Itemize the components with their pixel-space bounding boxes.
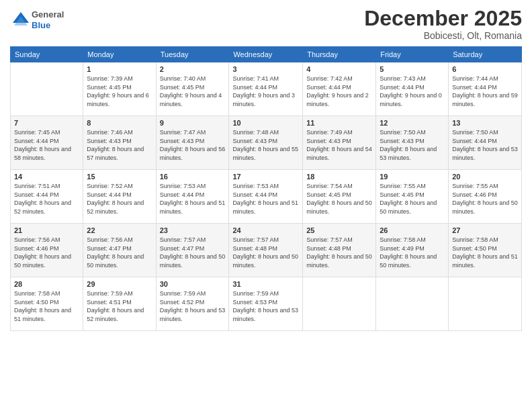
calendar-cell: 26Sunrise: 7:58 AMSunset: 4:49 PMDayligh…	[376, 224, 449, 277]
calendar-cell: 18Sunrise: 7:54 AMSunset: 4:45 PMDayligh…	[303, 170, 376, 224]
day-info: Sunrise: 7:54 AMSunset: 4:45 PMDaylight:…	[306, 182, 372, 216]
calendar-cell: 21Sunrise: 7:56 AMSunset: 4:46 PMDayligh…	[11, 224, 83, 277]
day-info: Sunrise: 7:46 AMSunset: 4:43 PMDaylight:…	[87, 128, 152, 162]
day-info: Sunrise: 7:40 AMSunset: 4:45 PMDaylight:…	[160, 75, 226, 108]
day-info: Sunrise: 7:48 AMSunset: 4:43 PMDaylight:…	[232, 128, 299, 162]
day-info: Sunrise: 7:53 AMSunset: 4:44 PMDaylight:…	[232, 182, 299, 216]
calendar-cell: 28Sunrise: 7:58 AMSunset: 4:50 PMDayligh…	[11, 277, 83, 331]
day-number: 13	[452, 119, 518, 127]
day-number: 10	[232, 119, 299, 127]
calendar-cell: 30Sunrise: 7:59 AMSunset: 4:52 PMDayligh…	[156, 277, 229, 331]
logo-icon	[10, 9, 32, 31]
col-monday: Monday	[83, 47, 156, 62]
day-number: 27	[452, 226, 518, 234]
day-number: 28	[14, 280, 79, 288]
day-info: Sunrise: 7:57 AMSunset: 4:48 PMDaylight:…	[306, 236, 372, 269]
calendar-cell: 19Sunrise: 7:55 AMSunset: 4:45 PMDayligh…	[376, 170, 449, 224]
calendar-cell: 13Sunrise: 7:50 AMSunset: 4:44 PMDayligh…	[449, 116, 522, 170]
calendar-week-row: 1Sunrise: 7:39 AMSunset: 4:45 PMDaylight…	[11, 62, 522, 116]
calendar-cell	[449, 277, 522, 331]
calendar-cell: 4Sunrise: 7:42 AMSunset: 4:44 PMDaylight…	[303, 62, 376, 116]
day-number: 14	[14, 173, 79, 181]
calendar-cell: 25Sunrise: 7:57 AMSunset: 4:48 PMDayligh…	[303, 224, 376, 277]
calendar-cell: 14Sunrise: 7:51 AMSunset: 4:44 PMDayligh…	[11, 170, 83, 224]
calendar-week-row: 28Sunrise: 7:58 AMSunset: 4:50 PMDayligh…	[11, 277, 522, 331]
day-number: 18	[306, 173, 372, 181]
calendar-cell: 29Sunrise: 7:59 AMSunset: 4:51 PMDayligh…	[83, 277, 156, 331]
day-info: Sunrise: 7:50 AMSunset: 4:43 PMDaylight:…	[380, 128, 445, 162]
day-info: Sunrise: 7:56 AMSunset: 4:46 PMDaylight:…	[14, 236, 79, 269]
col-tuesday: Tuesday	[156, 47, 229, 62]
day-info: Sunrise: 7:58 AMSunset: 4:50 PMDaylight:…	[14, 289, 79, 323]
day-info: Sunrise: 7:58 AMSunset: 4:49 PMDaylight:…	[380, 236, 445, 269]
day-info: Sunrise: 7:53 AMSunset: 4:44 PMDaylight:…	[160, 182, 226, 216]
day-number: 24	[232, 226, 299, 234]
day-info: Sunrise: 7:47 AMSunset: 4:43 PMDaylight:…	[160, 128, 226, 162]
location-subtitle: Bobicesti, Olt, Romania	[364, 30, 522, 41]
day-number: 4	[306, 65, 372, 73]
day-info: Sunrise: 7:59 AMSunset: 4:51 PMDaylight:…	[87, 289, 152, 323]
day-info: Sunrise: 7:51 AMSunset: 4:44 PMDaylight:…	[14, 182, 79, 216]
day-number: 12	[380, 119, 445, 127]
day-number: 8	[87, 119, 152, 127]
day-number: 23	[160, 226, 226, 234]
page-container: General Blue December 2025 Bobicesti, Ol…	[0, 0, 532, 411]
day-info: Sunrise: 7:57 AMSunset: 4:47 PMDaylight:…	[160, 236, 226, 269]
day-number: 30	[160, 280, 226, 288]
day-info: Sunrise: 7:55 AMSunset: 4:45 PMDaylight:…	[380, 182, 445, 216]
calendar-cell: 12Sunrise: 7:50 AMSunset: 4:43 PMDayligh…	[376, 116, 449, 170]
calendar-cell: 24Sunrise: 7:57 AMSunset: 4:48 PMDayligh…	[229, 224, 303, 277]
day-number: 5	[380, 65, 445, 73]
col-friday: Friday	[376, 47, 449, 62]
logo: General Blue	[10, 9, 64, 31]
col-thursday: Thursday	[303, 47, 376, 62]
day-info: Sunrise: 7:45 AMSunset: 4:44 PMDaylight:…	[14, 128, 79, 162]
day-number: 6	[452, 65, 518, 73]
day-info: Sunrise: 7:49 AMSunset: 4:43 PMDaylight:…	[306, 128, 372, 162]
day-info: Sunrise: 7:52 AMSunset: 4:44 PMDaylight:…	[87, 182, 152, 216]
calendar-cell: 31Sunrise: 7:59 AMSunset: 4:53 PMDayligh…	[229, 277, 303, 331]
title-block: December 2025 Bobicesti, Olt, Romania	[364, 7, 522, 41]
day-number: 15	[87, 173, 152, 181]
calendar-week-row: 7Sunrise: 7:45 AMSunset: 4:44 PMDaylight…	[11, 116, 522, 170]
calendar-cell: 11Sunrise: 7:49 AMSunset: 4:43 PMDayligh…	[303, 116, 376, 170]
day-number: 20	[452, 173, 518, 181]
header: General Blue December 2025 Bobicesti, Ol…	[10, 7, 522, 41]
calendar-header-row: Sunday Monday Tuesday Wednesday Thursday…	[11, 47, 522, 62]
day-number: 2	[160, 65, 226, 73]
day-info: Sunrise: 7:50 AMSunset: 4:44 PMDaylight:…	[452, 128, 518, 162]
day-info: Sunrise: 7:41 AMSunset: 4:44 PMDaylight:…	[232, 75, 299, 108]
calendar-cell: 5Sunrise: 7:43 AMSunset: 4:44 PMDaylight…	[376, 62, 449, 116]
day-info: Sunrise: 7:57 AMSunset: 4:48 PMDaylight:…	[232, 236, 299, 269]
month-title: December 2025	[364, 7, 522, 30]
day-info: Sunrise: 7:56 AMSunset: 4:47 PMDaylight:…	[87, 236, 152, 269]
logo-general-text: General	[32, 9, 64, 20]
day-number: 19	[380, 173, 445, 181]
calendar-cell: 7Sunrise: 7:45 AMSunset: 4:44 PMDaylight…	[11, 116, 83, 170]
day-info: Sunrise: 7:59 AMSunset: 4:53 PMDaylight:…	[232, 289, 299, 323]
day-number: 25	[306, 226, 372, 234]
day-number: 9	[160, 119, 226, 127]
col-saturday: Saturday	[449, 47, 522, 62]
calendar-cell	[376, 277, 449, 331]
day-number: 16	[160, 173, 226, 181]
day-number: 17	[232, 173, 299, 181]
calendar-cell: 22Sunrise: 7:56 AMSunset: 4:47 PMDayligh…	[83, 224, 156, 277]
col-wednesday: Wednesday	[229, 47, 303, 62]
day-info: Sunrise: 7:59 AMSunset: 4:52 PMDaylight:…	[160, 289, 226, 323]
calendar-week-row: 21Sunrise: 7:56 AMSunset: 4:46 PMDayligh…	[11, 224, 522, 277]
calendar-cell	[303, 277, 376, 331]
day-info: Sunrise: 7:44 AMSunset: 4:44 PMDaylight:…	[452, 75, 518, 108]
day-number: 21	[14, 226, 79, 234]
calendar-table: Sunday Monday Tuesday Wednesday Thursday…	[10, 46, 522, 331]
day-info: Sunrise: 7:39 AMSunset: 4:45 PMDaylight:…	[87, 75, 152, 108]
day-info: Sunrise: 7:58 AMSunset: 4:50 PMDaylight:…	[452, 236, 518, 269]
col-sunday: Sunday	[11, 47, 83, 62]
calendar-cell	[11, 62, 83, 116]
day-info: Sunrise: 7:55 AMSunset: 4:46 PMDaylight:…	[452, 182, 518, 216]
day-number: 7	[14, 119, 79, 127]
day-info: Sunrise: 7:42 AMSunset: 4:44 PMDaylight:…	[306, 75, 372, 108]
calendar-cell: 8Sunrise: 7:46 AMSunset: 4:43 PMDaylight…	[83, 116, 156, 170]
calendar-cell: 27Sunrise: 7:58 AMSunset: 4:50 PMDayligh…	[449, 224, 522, 277]
calendar-cell: 6Sunrise: 7:44 AMSunset: 4:44 PMDaylight…	[449, 62, 522, 116]
